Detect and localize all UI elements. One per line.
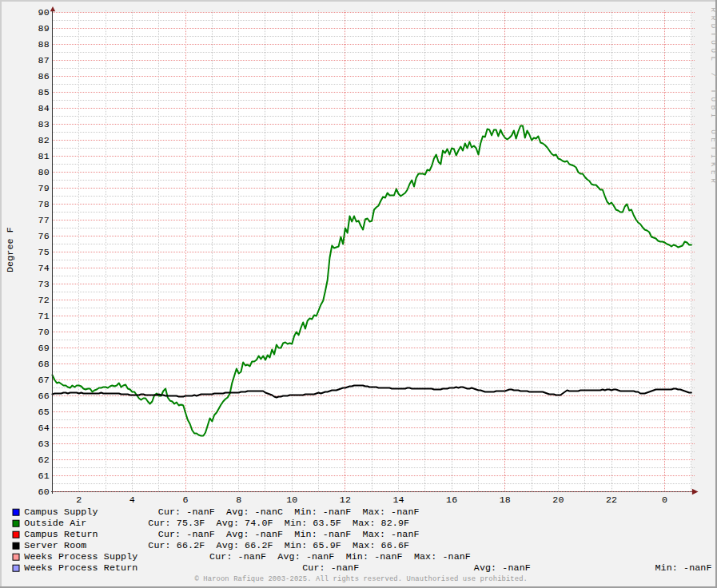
svg-text:76: 76 <box>38 231 50 241</box>
svg-text:Min: -nanF: Min: -nanF <box>655 562 712 573</box>
svg-text:22: 22 <box>606 495 617 505</box>
svg-text:Outside Air: Outside Air <box>24 518 86 528</box>
svg-text:80: 80 <box>38 167 50 177</box>
svg-text:61: 61 <box>38 471 50 481</box>
svg-text:14: 14 <box>392 495 404 505</box>
svg-text:6: 6 <box>183 495 189 505</box>
svg-text:12: 12 <box>340 495 351 505</box>
svg-text:77: 77 <box>38 215 50 225</box>
svg-text:83: 83 <box>38 119 50 129</box>
svg-text:65: 65 <box>38 407 50 417</box>
svg-text:20: 20 <box>552 495 564 505</box>
svg-text:8: 8 <box>236 495 241 505</box>
svg-text:2: 2 <box>76 495 82 505</box>
svg-text:75: 75 <box>38 247 50 257</box>
svg-text:0: 0 <box>662 495 667 505</box>
svg-text:66: 66 <box>38 391 50 401</box>
svg-text:16: 16 <box>446 495 457 505</box>
svg-text:Weeks Process Supply: Weeks Process Supply <box>24 551 137 562</box>
svg-text:74: 74 <box>38 263 50 273</box>
svg-text:81: 81 <box>38 151 50 161</box>
svg-text:Weeks Process Return: Weeks Process Return <box>24 562 137 573</box>
svg-text:60: 60 <box>38 487 50 497</box>
svg-text:Cur: -nanF: Cur: -nanF <box>302 562 359 573</box>
svg-text:18: 18 <box>500 495 511 505</box>
svg-text:Campus Return: Campus Return <box>24 529 98 539</box>
svg-text:87: 87 <box>38 55 50 66</box>
svg-text:88: 88 <box>38 39 50 50</box>
svg-text:70: 70 <box>38 327 50 337</box>
svg-text:67: 67 <box>38 375 50 385</box>
svg-text:84: 84 <box>38 103 50 113</box>
svg-text:64: 64 <box>38 423 50 433</box>
svg-text:71: 71 <box>38 311 50 321</box>
svg-text:Cur: -nanF Avg: -nanF Min: -: Cur: -nanF Avg: -nanF Min: -nanF Max: -n… <box>209 551 471 562</box>
svg-text:85: 85 <box>38 87 50 97</box>
svg-text:Degree F: Degree F <box>5 227 15 272</box>
svg-text:Cur: -nanF Avg: -nanC Min: -: Cur: -nanF Avg: -nanC Min: -nanF Max: -n… <box>158 507 420 517</box>
svg-text:82: 82 <box>38 135 50 145</box>
svg-text:72: 72 <box>38 295 50 305</box>
svg-text:Server Room: Server Room <box>24 540 86 550</box>
svg-text:69: 69 <box>38 343 50 353</box>
svg-text:10: 10 <box>286 495 297 505</box>
svg-text:63: 63 <box>38 439 50 449</box>
svg-text:Cur: 75.3F Avg: 74.0F Min: 6: Cur: 75.3F Avg: 74.0F Min: 63.5F Max: 82… <box>148 518 409 528</box>
svg-text:4: 4 <box>129 495 135 505</box>
svg-text:79: 79 <box>38 183 50 193</box>
svg-text:86: 86 <box>38 71 50 81</box>
svg-text:89: 89 <box>38 23 50 34</box>
svg-text:© Haroon Rafique 2003-2025. Al: © Haroon Rafique 2003-2025. All rights r… <box>195 575 528 583</box>
svg-text:Cur: -nanF Avg: -nanF Min: -: Cur: -nanF Avg: -nanF Min: -nanF Max: -n… <box>158 529 420 539</box>
svg-text:73: 73 <box>38 279 50 289</box>
svg-text:68: 68 <box>38 359 50 369</box>
svg-text:62: 62 <box>38 455 50 465</box>
svg-text:Campus Supply: Campus Supply <box>24 507 98 517</box>
svg-text:78: 78 <box>38 199 50 209</box>
svg-text:90: 90 <box>38 7 50 18</box>
svg-text:RRDTOOL / TOBI OETIKER: RRDTOOL / TOBI OETIKER <box>709 8 717 187</box>
svg-text:Avg: -nanF: Avg: -nanF <box>474 562 531 573</box>
svg-text:Cur: 66.2F Avg: 66.2F Min: 6: Cur: 66.2F Avg: 66.2F Min: 65.9F Max: 66… <box>148 540 409 550</box>
